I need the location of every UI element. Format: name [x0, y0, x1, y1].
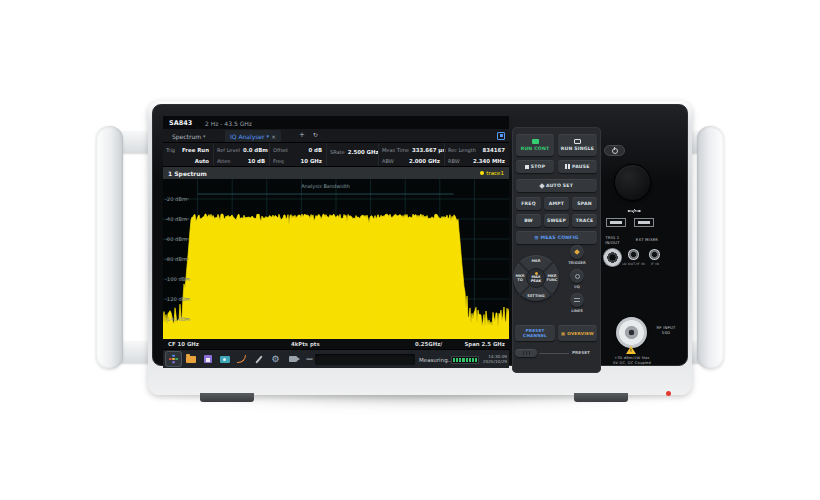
lines-key[interactable] — [570, 293, 584, 307]
setting-value[interactable]: 10 dB — [248, 156, 265, 166]
setting-value[interactable]: 2.340 MHz — [473, 156, 505, 166]
max-peak-key[interactable]: MAX PEAK — [526, 268, 546, 288]
file-explorer-icon[interactable] — [183, 352, 198, 366]
spectrum-chart: -20 dBm-40 dBm-60 dBm-80 dBm-100 dBm-120… — [163, 179, 509, 339]
setting-value[interactable]: 2.500 GHz — [348, 147, 379, 157]
chevron-down-icon[interactable]: ▾ — [267, 133, 270, 139]
setting-value[interactable]: 0.0 dBm — [243, 145, 268, 155]
spectrum-plot[interactable]: -20 dBm-40 dBm-60 dBm-80 dBm-100 dBm-120… — [163, 179, 509, 339]
progress-bar — [451, 356, 479, 364]
setting-label: Atten — [217, 156, 231, 166]
auto-set-key[interactable]: AUTO SET — [516, 179, 597, 192]
per-division-label: 0.25GHz/ — [415, 341, 442, 347]
setting-field[interactable]: Offset0 dB — [273, 145, 322, 155]
run-single-icon — [574, 139, 581, 144]
touchscreen[interactable]: SA843 2 Hz - 43.5 GHz Spectrum▾ IQ Analy… — [163, 116, 509, 368]
frequency-range-label: 2 Hz - 43.5 GHz — [205, 120, 252, 127]
iq-icon — [575, 274, 580, 279]
marker-nav-wheel[interactable]: MAX PEAK MKR MKR TO MKR FUNC SETTING — [513, 255, 559, 301]
right-foot — [574, 393, 628, 402]
run-cont-key[interactable]: RUN CONT — [516, 134, 554, 156]
setting-value[interactable]: Free Run — [182, 145, 209, 155]
lo-out-label: LO OUT/IF IN — [617, 263, 650, 267]
trace-key[interactable]: TRACE — [572, 214, 597, 227]
settings-column: SRate2.500 GHz — [326, 143, 378, 166]
meas-config-key[interactable]: ⊞MEAS CONFIG — [516, 231, 597, 244]
screenshot-icon[interactable] — [217, 352, 232, 366]
rotary-knob[interactable] — [614, 164, 651, 201]
setting-value[interactable]: 834167 — [482, 145, 505, 155]
close-tab-icon[interactable]: × — [271, 133, 276, 140]
span-key[interactable]: SPAN — [572, 197, 597, 210]
if-in-connector — [649, 249, 660, 260]
usb-port-1 — [606, 218, 626, 227]
tab-spectrum[interactable]: Spectrum▾ — [167, 130, 211, 142]
mkr-func-key[interactable]: MKR FUNC — [546, 274, 558, 282]
setting-label: Trig — [166, 145, 175, 155]
preset-slider[interactable] — [515, 349, 537, 357]
center-frequency-label[interactable]: CF 10 GHz — [168, 341, 199, 347]
iq-key[interactable] — [570, 269, 584, 283]
usb-icon — [627, 207, 641, 215]
setting-key[interactable]: SETTING — [513, 294, 559, 298]
trace-legend[interactable]: trace1 — [480, 170, 504, 176]
bw-key[interactable]: BW — [516, 214, 541, 227]
setting-value[interactable]: 10 GHz — [301, 156, 322, 166]
setting-field[interactable]: Freq10 GHz — [273, 156, 322, 166]
trigger-key[interactable] — [570, 245, 584, 259]
setting-value[interactable]: 2.000 GHz — [409, 156, 440, 166]
preset-channel-key[interactable]: PRESET CHANNEL — [515, 325, 555, 341]
mkr-to-key[interactable]: MKR TO — [514, 274, 526, 282]
frequency-readout-bar: CF 10 GHz 4kPts pts 0.25GHz/ Span 2.5 GH… — [163, 339, 509, 349]
trigger-icon — [574, 249, 580, 255]
settings-gear-icon[interactable] — [268, 352, 283, 366]
preset-slider-label: PRESET — [572, 350, 590, 355]
date-label: 2025/10/29 — [477, 359, 507, 364]
message-field[interactable] — [315, 354, 415, 365]
mkr-key[interactable]: MKR — [513, 259, 559, 263]
touch-assist-icon[interactable] — [166, 352, 181, 366]
quick-save-icon[interactable] — [234, 352, 249, 366]
annotation-icon[interactable] — [251, 352, 266, 366]
setting-label: RBW — [448, 156, 460, 166]
ampt-key[interactable]: AMPT — [544, 197, 569, 210]
power-button[interactable] — [604, 145, 625, 156]
reset-icon[interactable]: ↻ — [313, 131, 318, 138]
run-single-key[interactable]: RUN SINGLE — [558, 134, 597, 156]
measuring-status: Measuring.. — [419, 357, 451, 363]
setting-value[interactable]: Auto — [195, 156, 209, 166]
setting-field[interactable]: Auto — [166, 156, 209, 166]
setting-field[interactable]: Rec Length834167 — [448, 145, 505, 155]
setting-label: Rec Length — [448, 145, 476, 155]
setting-field[interactable]: Meas Time333.667 µs — [382, 145, 440, 155]
chevron-down-icon[interactable]: ▾ — [203, 133, 206, 139]
setting-field[interactable]: Atten10 dB — [217, 156, 265, 166]
stop-key[interactable]: STOP — [516, 160, 554, 173]
span-label[interactable]: Span 2.5 GHz — [464, 341, 505, 347]
overview-key[interactable]: ▦OVERVIEW — [558, 325, 597, 341]
setting-value[interactable]: 0 dB — [308, 145, 322, 155]
tab-iq-analyser[interactable]: IQ Analyser▾× — [225, 130, 281, 142]
setting-field[interactable]: TrigFree Run — [166, 145, 209, 155]
settings-bar: TrigFree RunAutoRef Level0.0 dBmAtten10 … — [163, 143, 509, 167]
record-icon[interactable] — [285, 352, 300, 366]
setting-value[interactable]: 333.667 µs — [412, 145, 446, 155]
add-tab-button[interactable]: + — [299, 131, 305, 139]
display-layout-icon[interactable] — [497, 132, 505, 140]
rf-input-label: RF INPUT50Ω — [651, 326, 681, 335]
pause-key[interactable]: PAUSE — [558, 160, 597, 173]
rf-warning-text: +30 dBm/1W Max0V DC, DC Coupled — [592, 356, 672, 365]
setting-field[interactable]: RBW2.340 MHz — [448, 156, 505, 166]
left-handle — [96, 126, 123, 369]
sweep-key[interactable]: SWEEP — [544, 214, 569, 227]
overview-grid-icon: ▦ — [561, 331, 565, 336]
setting-field[interactable]: SRate2.500 GHz — [330, 147, 374, 157]
warning-icon — [626, 346, 636, 354]
save-icon[interactable] — [200, 352, 215, 366]
setting-field[interactable]: ABW2.000 GHz — [382, 156, 440, 166]
setting-label: Meas Time — [382, 145, 409, 155]
setting-field[interactable]: Ref Level0.0 dBm — [217, 145, 265, 155]
setting-label: SRate — [330, 147, 345, 157]
freq-key[interactable]: FREQ — [516, 197, 541, 210]
rf-input-connector — [616, 317, 647, 348]
